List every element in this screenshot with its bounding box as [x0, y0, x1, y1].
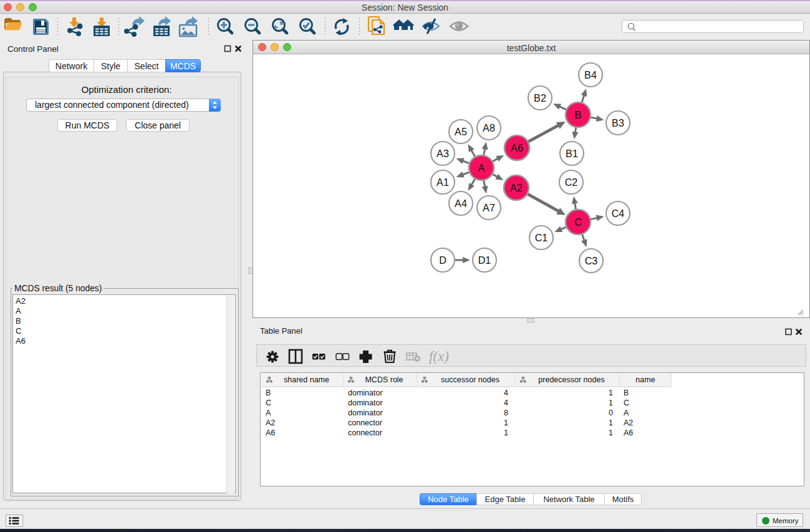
svg-text:1: 1: [504, 428, 508, 437]
svg-text:C: C: [574, 216, 582, 228]
svg-text:A1: A1: [436, 177, 449, 188]
svg-text:4: 4: [504, 389, 508, 397]
svg-text:A: A: [624, 409, 629, 417]
svg-text:A: A: [478, 162, 485, 173]
svg-text:1: 1: [609, 428, 613, 437]
svg-text:A2: A2: [624, 418, 633, 427]
svg-text:shared name: shared name: [284, 375, 329, 384]
svg-text:C1: C1: [535, 232, 548, 243]
svg-text:8: 8: [504, 409, 508, 417]
svg-text:dominator: dominator: [348, 389, 383, 397]
svg-text:C4: C4: [612, 208, 625, 219]
svg-text:B3: B3: [612, 117, 624, 128]
svg-text:D1: D1: [478, 254, 491, 266]
svg-text:0: 0: [609, 409, 613, 417]
svg-text:A2: A2: [266, 418, 275, 427]
svg-text:C: C: [624, 399, 629, 407]
svg-text:A: A: [266, 409, 271, 417]
svg-text:C: C: [266, 399, 271, 407]
svg-text:f(x): f(x): [429, 349, 449, 364]
svg-text:name: name: [635, 375, 655, 384]
svg-text:1: 1: [609, 399, 613, 407]
svg-text:A2: A2: [510, 182, 523, 193]
svg-text:1: 1: [504, 418, 508, 427]
svg-text:D: D: [439, 254, 446, 266]
svg-text:1: 1: [609, 389, 613, 397]
svg-text:successor nodes: successor nodes: [441, 375, 499, 384]
svg-text:dominator: dominator: [348, 409, 383, 417]
svg-text:A8: A8: [483, 122, 495, 133]
svg-text:Memory: Memory: [773, 517, 799, 525]
svg-text:C3: C3: [585, 255, 598, 266]
svg-text:A6: A6: [266, 428, 275, 437]
svg-text:A6: A6: [511, 142, 523, 153]
svg-text:B4: B4: [584, 69, 597, 80]
svg-text:B2: B2: [534, 92, 546, 104]
svg-text:connector: connector: [348, 418, 382, 427]
svg-text:A3: A3: [436, 148, 449, 159]
svg-text:4: 4: [504, 399, 508, 407]
svg-text:A7: A7: [483, 202, 495, 213]
svg-text:predecessor nodes: predecessor nodes: [538, 375, 604, 384]
svg-text:A6: A6: [624, 428, 633, 437]
svg-text:A4: A4: [455, 198, 467, 209]
svg-text:1: 1: [609, 418, 613, 427]
svg-text:B1: B1: [566, 148, 578, 159]
svg-text:connector: connector: [348, 428, 382, 437]
svg-text:B: B: [575, 109, 582, 120]
svg-text:B: B: [624, 389, 629, 397]
svg-text:B: B: [266, 389, 271, 397]
svg-text:C2: C2: [565, 177, 578, 188]
svg-text:MCDS role: MCDS role: [365, 375, 403, 384]
svg-text:A5: A5: [455, 126, 467, 137]
svg-text:dominator: dominator: [348, 399, 383, 407]
